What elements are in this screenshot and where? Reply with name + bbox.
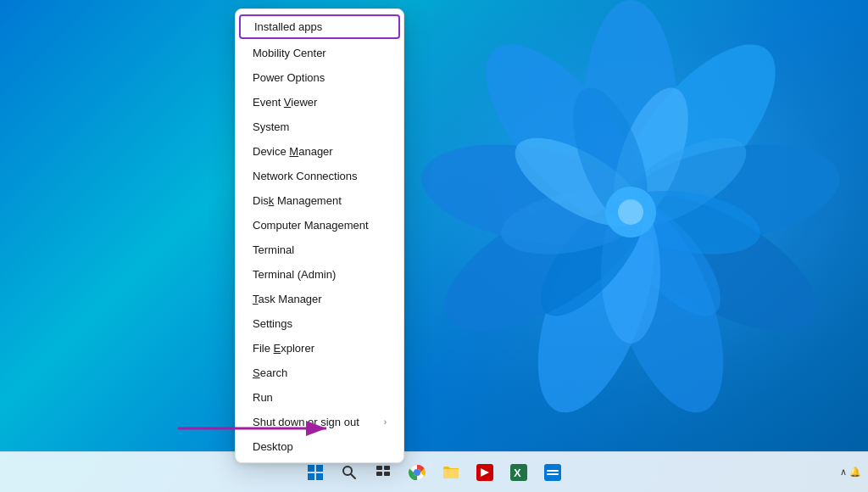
menu-item-label: Device Manager	[253, 145, 333, 158]
menu-item-label: Search	[253, 366, 287, 379]
desktop: Installed appsMobility CenterPower Optio…	[0, 0, 868, 492]
svg-rect-26	[316, 473, 323, 480]
menu-item-label: File Explorer	[253, 342, 314, 355]
menu-item-system[interactable]: System	[236, 115, 403, 139]
menu-item-run[interactable]: Run	[236, 385, 403, 410]
svg-point-35	[415, 470, 420, 475]
svg-rect-25	[308, 473, 314, 480]
menu-item-label: Network Connections	[253, 170, 358, 182]
menu-item-label: Terminal	[253, 243, 294, 256]
menu-item-label: Installed apps	[254, 20, 322, 33]
chrome-icon	[409, 464, 426, 481]
taskbar-icon-app2[interactable]	[537, 457, 568, 488]
svg-point-20	[618, 199, 643, 225]
taskbar-icon-app1[interactable]	[470, 457, 500, 488]
svg-rect-40	[544, 464, 561, 481]
menu-item-label: Run	[253, 391, 273, 404]
tray-icons: ∧ 🔔	[840, 467, 861, 478]
svg-rect-29	[376, 466, 382, 470]
app1-icon	[476, 464, 493, 481]
svg-rect-32	[384, 472, 390, 476]
menu-item-label: Power Options	[253, 71, 325, 84]
menu-item-computer-management[interactable]: Computer Management	[236, 213, 403, 238]
svg-rect-31	[376, 472, 382, 476]
menu-item-label: Task Manager	[253, 293, 322, 305]
svg-rect-30	[384, 466, 390, 470]
menu-item-file-explorer[interactable]: File Explorer	[236, 336, 403, 361]
svg-rect-24	[316, 465, 323, 472]
menu-item-label: Terminal (Admin)	[253, 268, 336, 281]
menu-item-label: Disk Management	[253, 194, 342, 207]
menu-item-disk-management[interactable]: Disk Management	[236, 188, 403, 213]
menu-item-label: Event Viewer	[253, 96, 317, 109]
menu-item-installed-apps[interactable]: Installed apps	[239, 14, 400, 39]
menu-item-label: Settings	[253, 317, 292, 330]
menu-item-label: Mobility Center	[253, 47, 326, 59]
arrow-annotation	[170, 411, 339, 445]
taskbar-icon-folder[interactable]	[436, 457, 466, 488]
app2-icon	[544, 464, 561, 481]
menu-item-mobility-center[interactable]: Mobility Center	[236, 41, 403, 65]
folder-icon	[442, 465, 459, 480]
menu-item-settings[interactable]: Settings	[236, 311, 403, 336]
windows-logo-icon	[308, 465, 323, 480]
menu-item-event-viewer[interactable]: Event Viewer	[236, 90, 403, 115]
system-tray: ∧ 🔔	[840, 451, 861, 492]
menu-item-label: Computer Management	[253, 219, 369, 232]
context-menu: Installed appsMobility CenterPower Optio…	[235, 8, 404, 463]
taskbar: X	[0, 451, 868, 492]
task-view-icon	[376, 465, 391, 480]
menu-item-task-manager[interactable]: Task Manager	[236, 287, 403, 311]
menu-item-device-manager[interactable]: Device Manager	[236, 139, 403, 164]
submenu-arrow-icon: ›	[384, 417, 387, 427]
svg-line-28	[351, 474, 355, 478]
svg-text:X: X	[514, 467, 521, 479]
excel-icon: X	[510, 464, 527, 481]
svg-rect-23	[308, 465, 314, 472]
taskbar-icon-chrome[interactable]	[402, 457, 432, 488]
taskbar-icon-excel[interactable]: X	[504, 457, 534, 488]
menu-item-terminal-admin[interactable]: Terminal (Admin)	[236, 262, 403, 287]
menu-item-search[interactable]: Search	[236, 361, 403, 385]
menu-item-label: System	[253, 120, 289, 133]
menu-item-terminal[interactable]: Terminal	[236, 238, 403, 262]
search-icon	[342, 465, 357, 480]
menu-item-network-connections[interactable]: Network Connections	[236, 164, 403, 188]
menu-item-power-options[interactable]: Power Options	[236, 65, 403, 90]
svg-rect-42	[547, 473, 559, 475]
svg-rect-41	[547, 470, 559, 472]
